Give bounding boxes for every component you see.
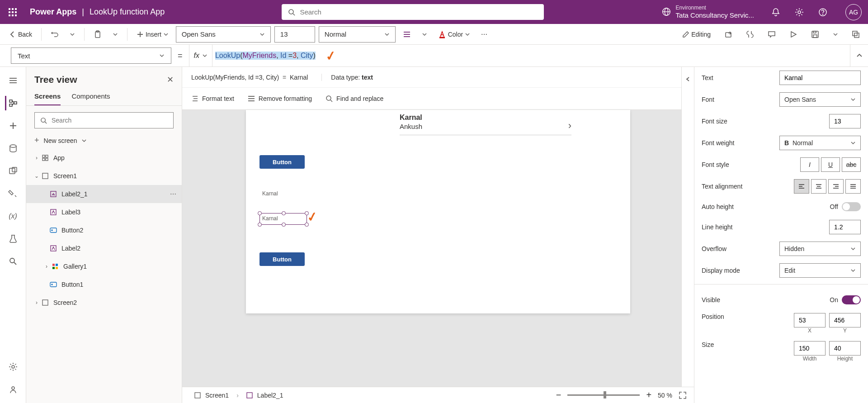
tree-item-label2-1[interactable]: Label2_1⋯ [26, 185, 182, 203]
align-button[interactable] [399, 27, 415, 42]
editing-mode[interactable]: Editing [679, 27, 714, 42]
zoom-out-button[interactable]: − [556, 390, 561, 400]
strike-button[interactable]: abc [842, 157, 861, 172]
prop-lineheight-input[interactable] [829, 220, 861, 234]
align-center-button[interactable] [811, 179, 826, 194]
tree-item-label2[interactable]: Label2 [26, 239, 182, 257]
waffle-icon[interactable] [6, 6, 19, 19]
tests-rail-icon[interactable] [6, 232, 20, 246]
remove-formatting-button[interactable]: Remove formatting [248, 95, 312, 102]
search-icon [288, 9, 295, 16]
canvas-button-1[interactable]: Button [259, 155, 305, 169]
search-input[interactable] [300, 8, 538, 16]
item-more-icon[interactable]: ⋯ [170, 190, 176, 198]
gallery-item[interactable]: Karnal Ankush › [400, 114, 571, 135]
tree-item-app[interactable]: ›App [26, 149, 182, 167]
publish-button[interactable] [848, 27, 863, 42]
tab-screens[interactable]: Screens [34, 88, 61, 105]
tree-item-screen1[interactable]: ⌄Screen1 [26, 167, 182, 185]
close-tree-button[interactable]: ✕ [167, 75, 174, 85]
font-select[interactable]: Open Sans [176, 26, 271, 43]
breadcrumb-screen[interactable]: Screen1 [189, 389, 234, 401]
new-screen-button[interactable]: + New screen [26, 132, 182, 149]
chevron-right-icon[interactable]: › [568, 120, 571, 132]
user-avatar[interactable]: AG [845, 4, 862, 20]
tree-search-input[interactable] [52, 117, 168, 124]
comments-button[interactable] [764, 27, 779, 42]
prop-text-input[interactable] [779, 71, 861, 85]
prop-fontweight-select[interactable]: B Normal [779, 136, 861, 150]
formula-expand-button[interactable] [850, 45, 868, 66]
tree-item-label3[interactable]: Label3 [26, 203, 182, 221]
prop-width-input[interactable] [794, 341, 826, 356]
tree-search[interactable] [34, 112, 174, 128]
save-button[interactable] [807, 27, 823, 42]
prop-overflow-select[interactable]: Hidden [779, 242, 861, 256]
align-justify-button[interactable] [845, 179, 861, 194]
search-icon [40, 117, 47, 124]
selected-label[interactable]: Karnal [259, 213, 307, 225]
breadcrumb-selection[interactable]: Label2_1 [241, 389, 288, 401]
zoom-slider[interactable] [567, 394, 640, 396]
tree-item-button2[interactable]: Button2 [26, 221, 182, 239]
more-button[interactable]: ⋯ [477, 27, 491, 42]
preview-button[interactable] [786, 27, 801, 42]
underline-button[interactable]: U [821, 157, 840, 172]
undo-dropdown[interactable] [66, 27, 79, 42]
design-canvas[interactable]: Karnal Ankush › Button Karnal Karnal ✓ B… [246, 110, 630, 313]
search-rail-icon[interactable] [6, 254, 20, 269]
prop-y-input[interactable] [829, 313, 861, 327]
environment-picker[interactable]: Environment Tata Consultancy Servic... [661, 5, 754, 19]
share-button[interactable] [721, 27, 736, 42]
tab-components[interactable]: Components [71, 88, 110, 105]
tree-item-screen2[interactable]: ›Screen2 [26, 294, 182, 312]
tree-view-icon[interactable] [5, 96, 19, 110]
color-button[interactable]: Color [434, 27, 474, 42]
app-checker-button[interactable] [742, 27, 758, 42]
right-collapse-button[interactable] [681, 67, 694, 403]
undo-button[interactable] [47, 27, 62, 42]
autoheight-toggle[interactable] [842, 202, 861, 211]
align-right-button[interactable] [828, 179, 844, 194]
paste-button[interactable] [90, 27, 105, 42]
settings-rail-icon[interactable] [6, 360, 20, 374]
prop-fontsize-input[interactable] [829, 114, 861, 128]
property-select[interactable]: Text [11, 47, 171, 64]
notifications-icon[interactable] [770, 7, 781, 18]
formula-input[interactable]: LookUp(MyFriends, Id =3, City) ✓ [212, 45, 850, 66]
global-search[interactable] [282, 4, 544, 20]
prop-font-select[interactable]: Open Sans [779, 92, 861, 107]
back-button[interactable]: Back [5, 27, 36, 42]
font-weight-select[interactable]: Normal [319, 26, 396, 43]
align-left-button[interactable] [794, 179, 809, 194]
italic-button[interactable]: I [800, 157, 819, 172]
settings-icon[interactable] [794, 7, 805, 18]
tree-item-gallery1[interactable]: ›Gallery1 [26, 257, 182, 275]
format-text-button[interactable]: Format text [191, 95, 234, 102]
find-replace-button[interactable]: Find and replace [326, 95, 383, 102]
prop-x-input[interactable] [794, 313, 826, 327]
prop-height-input[interactable] [829, 341, 861, 356]
theme-rail-icon[interactable] [6, 186, 20, 201]
prop-displaymode-select[interactable]: Edit [779, 263, 861, 278]
media-rail-icon[interactable] [6, 164, 20, 178]
data-rail-icon[interactable] [6, 141, 20, 156]
svg-line-73 [330, 100, 332, 102]
hamburger-icon[interactable] [6, 73, 20, 88]
help-icon[interactable] [817, 7, 828, 18]
insert-rail-icon[interactable] [6, 119, 20, 133]
align-dropdown[interactable] [418, 27, 431, 42]
save-dropdown[interactable] [829, 27, 842, 42]
fx-button[interactable]: fx [189, 45, 212, 66]
insert-button[interactable]: Insert [133, 27, 172, 42]
canvas-button-2[interactable]: Button [259, 252, 305, 266]
font-size-input[interactable]: 13 [274, 26, 315, 43]
paste-dropdown[interactable] [109, 27, 122, 42]
tree-item-button1[interactable]: Button1 [26, 275, 182, 294]
virtual-agent-icon[interactable] [6, 382, 20, 397]
visible-toggle[interactable] [842, 295, 861, 304]
fit-screen-button[interactable] [679, 391, 687, 399]
variables-rail-icon[interactable]: (x) [6, 209, 20, 223]
canvas-label-1[interactable]: Karnal [262, 190, 278, 197]
zoom-in-button[interactable]: + [646, 390, 651, 400]
